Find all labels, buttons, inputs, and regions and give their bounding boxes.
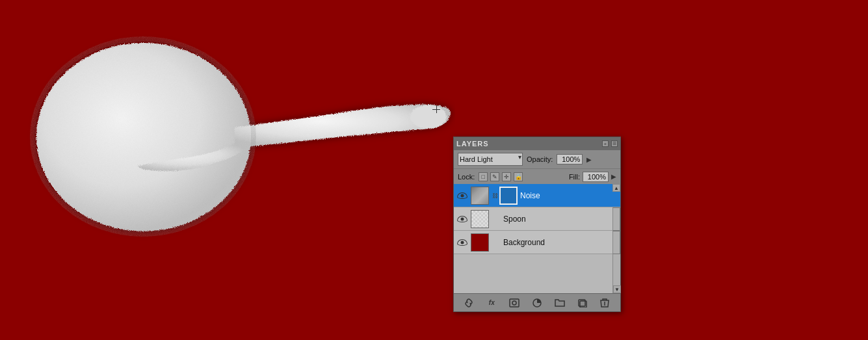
layer-row-spoon[interactable]: Spoon [454,207,620,231]
add-mask-button[interactable] [508,296,521,309]
layer-thumb-spoon [471,210,489,228]
lock-all-button[interactable]: 🔒 [514,172,523,181]
adjustment-layer-button[interactable] [531,296,544,309]
layers-titlebar: LAYERS « ☰ [454,137,620,150]
link-layers-button[interactable] [462,296,475,309]
new-layer-button[interactable] [576,296,589,309]
fill-label: Fill: [569,173,580,181]
layers-empty-area: ▼ [454,254,620,293]
canvas: LAYERS « ☰ Hard Light Normal Multiply Sc… [0,0,868,340]
svg-point-3 [410,105,446,128]
layer-row-noise[interactable]: ⛓ Noise ▲ [454,184,620,207]
layer-chain-noise[interactable]: ⛓ [490,191,499,200]
layer-visibility-noise[interactable] [456,190,468,202]
eye-icon-noise [457,192,467,199]
lock-position-button[interactable]: ✛ [502,172,511,181]
layers-bottom-toolbar: fx [454,293,620,311]
scroll-mid [612,207,620,231]
layer-mask-noise [499,187,518,205]
layer-name-background: Background [503,238,618,247]
layer-fx-button[interactable]: fx [485,296,498,309]
layer-visibility-background[interactable] [456,237,468,248]
layer-thumb-noise [471,187,489,205]
opacity-input[interactable] [557,154,583,164]
svg-point-1 [36,42,250,231]
blend-mode-select[interactable]: Hard Light Normal Multiply Screen Overla… [458,153,523,166]
blend-mode-row: Hard Light Normal Multiply Screen Overla… [454,150,620,168]
layer-thumb-background [471,233,489,252]
spoon-image [13,13,455,260]
fill-input[interactable] [583,172,609,182]
opacity-arrow[interactable]: ▶ [586,156,592,163]
scroll-down-arrow[interactable] [612,231,620,254]
layer-name-noise: Noise [520,191,618,200]
opacity-label: Opacity: [527,155,553,163]
eye-icon-background [457,239,467,246]
eye-icon-spoon [457,216,467,222]
collapse-button[interactable]: « [602,140,609,147]
layers-panel: LAYERS « ☰ Hard Light Normal Multiply Sc… [453,137,621,312]
layer-row-background[interactable]: Background [454,231,620,254]
lock-label: Lock: [458,173,475,181]
delete-layer-button[interactable] [598,296,611,309]
group-layers-button[interactable] [553,296,566,309]
layer-visibility-spoon[interactable] [456,213,468,225]
titlebar-controls: « ☰ [602,140,618,147]
svg-point-5 [512,301,516,305]
svg-rect-4 [510,299,519,307]
lock-row: Lock: □ ✎ ✛ 🔒 Fill: ▶ [454,168,620,184]
scroll-bottom-arrow[interactable]: ▼ [613,285,621,293]
blend-mode-wrapper: Hard Light Normal Multiply Screen Overla… [458,153,523,166]
lock-image-button[interactable]: ✎ [490,172,499,181]
panel-menu-button[interactable]: ☰ [611,140,618,147]
layers-list: ⛓ Noise ▲ Spoon [454,184,620,293]
lock-transparent-button[interactable]: □ [479,172,488,181]
scroll-up-arrow[interactable]: ▲ [612,184,620,192]
layers-panel-title: LAYERS [456,140,489,148]
layer-name-spoon: Spoon [503,215,618,224]
fill-arrow[interactable]: ▶ [611,173,616,180]
